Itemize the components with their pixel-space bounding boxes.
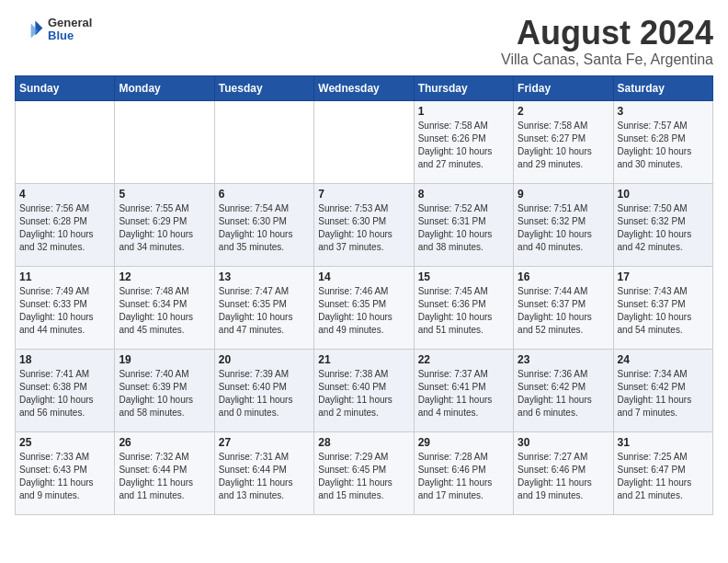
day-number: 15 — [418, 270, 509, 283]
logo-icon — [15, 15, 44, 44]
calendar-cell: 31Sunrise: 7:25 AM Sunset: 6:47 PM Dayli… — [613, 431, 712, 514]
calendar-cell: 22Sunrise: 7:37 AM Sunset: 6:41 PM Dayli… — [414, 349, 513, 431]
day-number: 8 — [418, 188, 509, 201]
day-info: Sunrise: 7:45 AM Sunset: 6:36 PM Dayligh… — [418, 285, 509, 337]
day-info: Sunrise: 7:46 AM Sunset: 6:35 PM Dayligh… — [318, 285, 409, 337]
day-info: Sunrise: 7:57 AM Sunset: 6:28 PM Dayligh… — [618, 120, 709, 171]
calendar-cell: 15Sunrise: 7:45 AM Sunset: 6:36 PM Dayli… — [414, 266, 513, 349]
day-number: 14 — [318, 270, 409, 283]
day-info: Sunrise: 7:33 AM Sunset: 6:43 PM Dayligh… — [19, 451, 110, 502]
calendar-cell: 24Sunrise: 7:34 AM Sunset: 6:42 PM Dayli… — [613, 349, 712, 431]
day-info: Sunrise: 7:36 AM Sunset: 6:42 PM Dayligh… — [518, 368, 609, 419]
calendar-cell: 26Sunrise: 7:32 AM Sunset: 6:44 PM Dayli… — [115, 431, 214, 514]
day-number: 11 — [19, 270, 110, 283]
calendar-title: August 2024 — [501, 15, 713, 52]
day-info: Sunrise: 7:34 AM Sunset: 6:42 PM Dayligh… — [618, 368, 709, 419]
calendar-cell: 13Sunrise: 7:47 AM Sunset: 6:35 PM Dayli… — [214, 266, 313, 349]
calendar-cell: 7Sunrise: 7:53 AM Sunset: 6:30 PM Daylig… — [314, 183, 414, 266]
day-number: 19 — [119, 353, 210, 366]
day-number: 5 — [119, 188, 210, 201]
day-number: 17 — [618, 270, 709, 283]
day-info: Sunrise: 7:27 AM Sunset: 6:46 PM Dayligh… — [518, 451, 609, 502]
calendar-cell: 18Sunrise: 7:41 AM Sunset: 6:38 PM Dayli… — [16, 349, 115, 431]
day-number: 3 — [618, 105, 709, 118]
day-info: Sunrise: 7:40 AM Sunset: 6:39 PM Dayligh… — [119, 368, 210, 419]
calendar-cell: 8Sunrise: 7:52 AM Sunset: 6:31 PM Daylig… — [414, 183, 513, 266]
weekday-header-row: SundayMondayTuesdayWednesdayThursdayFrid… — [16, 75, 713, 100]
day-number: 30 — [518, 436, 609, 449]
day-number: 24 — [618, 353, 709, 366]
calendar-cell — [16, 100, 115, 183]
day-info: Sunrise: 7:25 AM Sunset: 6:47 PM Dayligh… — [618, 451, 709, 502]
weekday-header-cell: Wednesday — [314, 75, 414, 100]
day-info: Sunrise: 7:51 AM Sunset: 6:32 PM Dayligh… — [518, 202, 609, 254]
calendar-cell: 12Sunrise: 7:48 AM Sunset: 6:34 PM Dayli… — [115, 266, 214, 349]
day-number: 21 — [318, 353, 409, 366]
day-info: Sunrise: 7:31 AM Sunset: 6:44 PM Dayligh… — [219, 451, 310, 502]
calendar-week-row: 1Sunrise: 7:58 AM Sunset: 6:26 PM Daylig… — [16, 100, 713, 183]
day-info: Sunrise: 7:50 AM Sunset: 6:32 PM Dayligh… — [618, 202, 709, 254]
svg-marker-0 — [35, 20, 42, 35]
calendar-cell: 3Sunrise: 7:57 AM Sunset: 6:28 PM Daylig… — [613, 100, 712, 183]
day-info: Sunrise: 7:48 AM Sunset: 6:34 PM Dayligh… — [119, 285, 210, 337]
weekday-header-cell: Sunday — [16, 75, 115, 100]
day-info: Sunrise: 7:58 AM Sunset: 6:27 PM Dayligh… — [518, 120, 609, 171]
calendar-cell: 19Sunrise: 7:40 AM Sunset: 6:39 PM Dayli… — [115, 349, 214, 431]
day-info: Sunrise: 7:28 AM Sunset: 6:46 PM Dayligh… — [418, 451, 509, 502]
calendar-week-row: 18Sunrise: 7:41 AM Sunset: 6:38 PM Dayli… — [16, 349, 713, 431]
weekday-header-cell: Tuesday — [214, 75, 313, 100]
day-info: Sunrise: 7:32 AM Sunset: 6:44 PM Dayligh… — [119, 451, 210, 502]
calendar-cell: 14Sunrise: 7:46 AM Sunset: 6:35 PM Dayli… — [314, 266, 414, 349]
calendar-cell: 16Sunrise: 7:44 AM Sunset: 6:37 PM Dayli… — [514, 266, 613, 349]
day-number: 10 — [618, 188, 709, 201]
calendar-cell: 1Sunrise: 7:58 AM Sunset: 6:26 PM Daylig… — [414, 100, 513, 183]
header: General Blue August 2024 Villa Canas, Sa… — [15, 15, 713, 68]
day-number: 4 — [19, 188, 110, 201]
calendar-cell: 27Sunrise: 7:31 AM Sunset: 6:44 PM Dayli… — [214, 431, 313, 514]
day-info: Sunrise: 7:52 AM Sunset: 6:31 PM Dayligh… — [418, 202, 509, 254]
calendar-cell: 21Sunrise: 7:38 AM Sunset: 6:40 PM Dayli… — [314, 349, 414, 431]
day-number: 28 — [318, 436, 409, 449]
day-info: Sunrise: 7:55 AM Sunset: 6:29 PM Dayligh… — [119, 202, 210, 254]
day-number: 7 — [318, 188, 409, 201]
calendar-week-row: 25Sunrise: 7:33 AM Sunset: 6:43 PM Dayli… — [16, 431, 713, 514]
logo-general-text: General — [48, 17, 92, 29]
day-info: Sunrise: 7:44 AM Sunset: 6:37 PM Dayligh… — [518, 285, 609, 337]
calendar-cell: 5Sunrise: 7:55 AM Sunset: 6:29 PM Daylig… — [115, 183, 214, 266]
weekday-header-cell: Saturday — [613, 75, 712, 100]
calendar-cell: 23Sunrise: 7:36 AM Sunset: 6:42 PM Dayli… — [514, 349, 613, 431]
calendar-cell: 28Sunrise: 7:29 AM Sunset: 6:45 PM Dayli… — [314, 431, 414, 514]
day-number: 23 — [518, 353, 609, 366]
calendar-table: SundayMondayTuesdayWednesdayThursdayFrid… — [15, 75, 713, 515]
calendar-cell: 30Sunrise: 7:27 AM Sunset: 6:46 PM Dayli… — [514, 431, 613, 514]
calendar-cell: 20Sunrise: 7:39 AM Sunset: 6:40 PM Dayli… — [214, 349, 313, 431]
title-area: August 2024 Villa Canas, Santa Fe, Argen… — [501, 15, 713, 68]
day-number: 6 — [219, 188, 310, 201]
calendar-cell: 29Sunrise: 7:28 AM Sunset: 6:46 PM Dayli… — [414, 431, 513, 514]
day-number: 12 — [119, 270, 210, 283]
calendar-cell: 6Sunrise: 7:54 AM Sunset: 6:30 PM Daylig… — [214, 183, 313, 266]
weekday-header-cell: Monday — [115, 75, 214, 100]
calendar-body: 1Sunrise: 7:58 AM Sunset: 6:26 PM Daylig… — [16, 100, 713, 514]
day-info: Sunrise: 7:41 AM Sunset: 6:38 PM Dayligh… — [19, 368, 110, 419]
day-number: 29 — [418, 436, 509, 449]
calendar-cell: 9Sunrise: 7:51 AM Sunset: 6:32 PM Daylig… — [514, 183, 613, 266]
weekday-header-cell: Friday — [514, 75, 613, 100]
day-info: Sunrise: 7:58 AM Sunset: 6:26 PM Dayligh… — [418, 120, 509, 171]
day-number: 22 — [418, 353, 509, 366]
calendar-cell: 17Sunrise: 7:43 AM Sunset: 6:37 PM Dayli… — [613, 266, 712, 349]
calendar-cell — [214, 100, 313, 183]
calendar-cell: 4Sunrise: 7:56 AM Sunset: 6:28 PM Daylig… — [16, 183, 115, 266]
logo-blue-text: Blue — [48, 29, 92, 42]
weekday-header-cell: Thursday — [414, 75, 513, 100]
day-info: Sunrise: 7:37 AM Sunset: 6:41 PM Dayligh… — [418, 368, 509, 419]
calendar-week-row: 4Sunrise: 7:56 AM Sunset: 6:28 PM Daylig… — [16, 183, 713, 266]
calendar-cell: 10Sunrise: 7:50 AM Sunset: 6:32 PM Dayli… — [613, 183, 712, 266]
day-number: 2 — [518, 105, 609, 118]
calendar-cell: 25Sunrise: 7:33 AM Sunset: 6:43 PM Dayli… — [16, 431, 115, 514]
day-info: Sunrise: 7:49 AM Sunset: 6:33 PM Dayligh… — [19, 285, 110, 337]
day-number: 18 — [19, 353, 110, 366]
calendar-cell — [314, 100, 414, 183]
day-number: 9 — [518, 188, 609, 201]
day-info: Sunrise: 7:29 AM Sunset: 6:45 PM Dayligh… — [318, 451, 409, 502]
